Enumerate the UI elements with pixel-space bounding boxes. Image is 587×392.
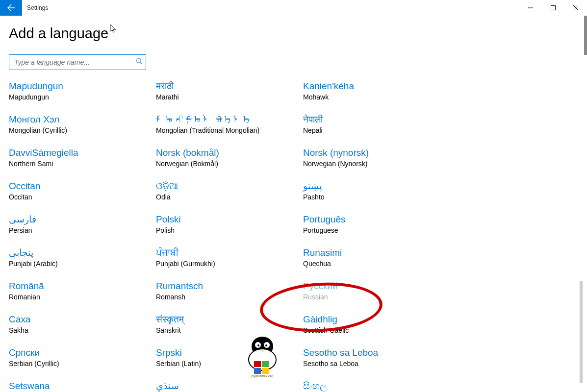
- language-native-name: فارسى: [9, 213, 156, 226]
- language-english-name: Northern Sami: [9, 159, 156, 168]
- close-button[interactable]: [564, 0, 587, 16]
- search-box[interactable]: [9, 54, 146, 70]
- language-item[interactable]: Norsk (nynorsk)Norwegian (Nynorsk): [303, 146, 450, 169]
- language-item[interactable]: GàidhligScottish Gaelic: [303, 312, 450, 336]
- language-english-name: Scottish Gaelic: [303, 326, 450, 335]
- language-native-name: Norsk (bokmål): [156, 147, 303, 159]
- language-english-name: Sakha: [9, 326, 156, 335]
- language-item[interactable]: ଓଡ଼ିଆOdia: [156, 179, 303, 202]
- language-english-name: Sanskrit: [156, 326, 303, 335]
- language-english-name: Serbian (Latin): [156, 359, 303, 368]
- maximize-icon: [551, 5, 556, 10]
- language-item[interactable]: नेपालीNepali: [303, 112, 450, 136]
- window-controls: [519, 0, 587, 16]
- app-title: Settings: [22, 0, 519, 16]
- search-input[interactable]: [14, 58, 136, 66]
- language-item[interactable]: RumantschRomansh: [156, 279, 303, 302]
- svg-point-1: [136, 58, 141, 63]
- language-item[interactable]: ਪੰਜਾਬੀPunjabi (Gurmukhi): [156, 245, 303, 269]
- language-native-name: Srpski: [156, 346, 303, 359]
- language-item[interactable]: සිංහලSinhala: [303, 379, 450, 392]
- language-native-name: ଓଡ଼ିଆ: [156, 180, 303, 193]
- language-native-name: मराठी: [156, 80, 303, 93]
- language-item[interactable]: मराठीMarathi: [156, 79, 303, 102]
- language-english-name: Norwegian (Bokmål): [156, 159, 303, 168]
- language-native-name: Runasimi: [303, 246, 450, 259]
- language-item[interactable]: СахаSakha: [9, 312, 156, 336]
- language-native-name: Rumantsch: [156, 280, 303, 293]
- language-english-name: Sesotho sa Leboa: [303, 359, 450, 368]
- language-english-name: Mongolian (Traditional Mongolian): [156, 126, 303, 135]
- language-item[interactable]: سنڌيSindhi (Arabic): [156, 379, 303, 392]
- language-native-name: नेपाली: [303, 113, 450, 126]
- language-english-name: Russian: [303, 293, 450, 301]
- language-english-name: Romansh: [156, 293, 303, 301]
- language-english-name: Punjabi (Arabic): [9, 259, 156, 268]
- minimize-button[interactable]: [519, 0, 542, 16]
- language-native-name: Sesotho sa Leboa: [303, 346, 450, 359]
- language-english-name: Occitan: [9, 193, 156, 201]
- language-english-name: Marathi: [156, 93, 303, 101]
- minimize-icon: [528, 5, 533, 10]
- language-english-name: Mapudungun: [9, 93, 156, 101]
- language-english-name: Mongolian (Cyrillic): [9, 126, 156, 135]
- scrollbar-thumb[interactable]: [584, 16, 587, 55]
- scrollbar-thumb[interactable]: [580, 281, 583, 383]
- back-button[interactable]: [0, 0, 22, 16]
- language-item[interactable]: Norsk (bokmål)Norwegian (Bokmål): [156, 146, 303, 169]
- language-english-name: Odia: [156, 193, 303, 201]
- language-native-name: پنجابی: [9, 246, 156, 259]
- language-english-name: Portuguese: [303, 226, 450, 235]
- language-item[interactable]: RomânăRomanian: [9, 279, 156, 302]
- language-native-name: Mapudungun: [9, 80, 156, 93]
- window-scrollbar[interactable]: [584, 16, 587, 392]
- content-scrollbar[interactable]: [579, 73, 583, 385]
- language-grid: MapudungunMapudungunमराठीMarathiKanien'k…: [9, 79, 578, 392]
- language-item[interactable]: OccitanOccitan: [9, 179, 156, 202]
- language-item[interactable]: PortuguêsPortuguese: [303, 212, 450, 236]
- content-area: Add a language MapudungunMapudungunमराठी…: [0, 16, 587, 392]
- language-item[interactable]: پښتوPashto: [303, 179, 450, 202]
- language-native-name: DavviSámegiella: [9, 147, 156, 159]
- language-item[interactable]: Монгол ХэлMongolian (Cyrillic): [9, 112, 156, 136]
- page-title: Add a language: [9, 25, 578, 42]
- language-item[interactable]: MapudungunMapudungun: [9, 79, 156, 102]
- language-native-name: سنڌي: [156, 380, 303, 392]
- language-item[interactable]: پنجابیPunjabi (Arabic): [9, 245, 156, 269]
- arrow-left-icon: [7, 4, 15, 12]
- language-item[interactable]: РусскийRussian: [303, 279, 450, 302]
- language-english-name: Romanian: [9, 293, 156, 301]
- language-english-name: Persian: [9, 226, 156, 235]
- language-english-name: Nepali: [303, 126, 450, 135]
- language-item[interactable]: Sesotho sa LeboaSesotho sa Leboa: [303, 345, 450, 369]
- language-native-name: Српски: [9, 346, 156, 359]
- language-item[interactable]: Kanien'kéhaMohawk: [303, 79, 450, 102]
- language-item[interactable]: ᠮᠣᠩᠭᠣᠯ ᠬᠡᠯᠡMongolian (Traditional Mongol…: [156, 112, 303, 136]
- language-english-name: Quechua: [303, 259, 450, 268]
- language-item[interactable]: PolskiPolish: [156, 212, 303, 236]
- maximize-button[interactable]: [542, 0, 564, 16]
- language-native-name: Norsk (nynorsk): [303, 147, 450, 159]
- language-native-name: संस्कृतम्: [156, 313, 303, 326]
- language-english-name: Norwegian (Nynorsk): [303, 159, 450, 168]
- language-native-name: Occitan: [9, 180, 156, 193]
- language-native-name: සිංහල: [303, 380, 450, 392]
- language-english-name: Pashto: [303, 193, 450, 201]
- language-item[interactable]: SrpskiSerbian (Latin): [156, 345, 303, 369]
- language-native-name: ਪੰਜਾਬੀ: [156, 246, 303, 259]
- language-item[interactable]: संस्कृतम्Sanskrit: [156, 312, 303, 336]
- language-native-name: Português: [303, 213, 450, 226]
- language-native-name: Русский: [303, 280, 450, 293]
- language-item[interactable]: СрпскиSerbian (Cyrillic): [9, 345, 156, 369]
- language-item[interactable]: RunasimiQuechua: [303, 245, 450, 269]
- svg-rect-0: [551, 6, 556, 10]
- language-english-name: Polish: [156, 226, 303, 235]
- language-english-name: Mohawk: [303, 93, 450, 101]
- language-native-name: Română: [9, 280, 156, 293]
- language-item[interactable]: فارسىPersian: [9, 212, 156, 236]
- language-item[interactable]: SetswanaSetswana: [9, 379, 156, 392]
- titlebar: Settings: [0, 0, 587, 16]
- language-native-name: Polski: [156, 213, 303, 226]
- language-native-name: Саха: [9, 313, 156, 326]
- language-item[interactable]: DavviSámegiellaNorthern Sami: [9, 146, 156, 169]
